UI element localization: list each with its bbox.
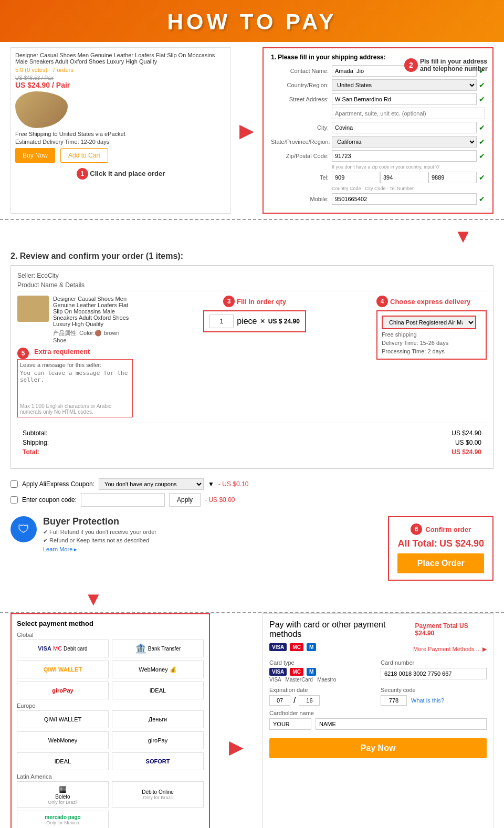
arrow-down-payment-icon: ▼ (84, 588, 103, 610)
card-type-label: Card type (269, 659, 375, 666)
security-label: Security code (381, 687, 487, 693)
delivery-col: 4 Choose express delivery China Post Reg… (376, 296, 487, 360)
coupon-code-input[interactable] (81, 493, 165, 507)
cardholder-first-input[interactable] (269, 718, 311, 730)
exp-col: Expiration date / (269, 687, 375, 706)
click-label-text: Click it and place order (90, 170, 165, 177)
pay-now-button[interactable]: Pay Now (269, 738, 487, 758)
payment-right-header: Pay with card or other payment methods P… (269, 620, 487, 639)
apt-input[interactable] (332, 108, 485, 119)
delivery-num-circle: 4 (376, 296, 388, 307)
payment-left-title: Select payment method (17, 620, 204, 627)
method-dengi[interactable]: Деньги (112, 710, 204, 728)
price-original: US $46.53 / Pair (15, 75, 226, 81)
aliexpress-coupon-checkbox[interactable] (10, 480, 18, 488)
what-is-this-link[interactable]: What is this? (411, 697, 444, 704)
street-input[interactable] (332, 93, 477, 105)
visa-card-type: VISA (269, 668, 287, 676)
method-debito[interactable]: Débito Online Only for Brazil (112, 781, 204, 808)
security-col: Security code What is this? (381, 687, 487, 706)
boleto-text: ▦ Boleto Only for Brazil (48, 784, 78, 805)
buyer-protection: 🛡 Buyer Protection ✔ Full Refund if you … (10, 516, 377, 553)
price-section: US $46.53 / Pair US $24.90 / Pair (15, 75, 226, 89)
message-label: Leave a message for this seller: (20, 362, 130, 368)
method-boleto[interactable]: ▦ Boleto Only for Brazil (17, 781, 109, 808)
total-label: Total: (23, 448, 39, 456)
shipping-info: Free Shipping to United States via ePack… (15, 131, 226, 137)
exp-month-input[interactable] (269, 695, 290, 706)
cardholder-last-input[interactable] (316, 718, 487, 730)
delivery-method-select[interactable]: China Post Registered Air Mail (382, 316, 476, 329)
protection-2: ✔ Refund or Keep items not as described (43, 537, 156, 544)
exp-separator: / (293, 696, 296, 705)
security-code-input[interactable] (381, 695, 407, 706)
method-giropay[interactable]: giroPay (17, 682, 109, 699)
ideal-eu-text: iDEAL (55, 758, 71, 764)
payment-arrow: ▶ (220, 613, 252, 828)
message-textarea[interactable] (20, 370, 130, 401)
learn-more-link[interactable]: Learn More ▸ (43, 546, 77, 552)
method-mercado[interactable]: mercado pago Only for Mexico (17, 811, 109, 828)
product-name-text: Designer Causal Shoes Men Genuine Leathe… (53, 296, 133, 327)
method-ideal-eu[interactable]: iDEAL (17, 752, 109, 770)
arrow-to-form (231, 47, 262, 214)
street-row: Street Address: ✔ (271, 93, 485, 105)
debit-text: Debit card (64, 646, 88, 652)
tel-input-3[interactable] (428, 172, 477, 183)
dengi-text: Деньги (149, 716, 167, 722)
coupon-select[interactable]: You don't have any coupons (99, 478, 204, 490)
totals-section: Subtotal: US $24.90 Shipping: US $0.00 T… (17, 423, 487, 462)
method-webmoney-eu[interactable]: WebMoney (17, 731, 109, 749)
more-methods-link[interactable]: More Payment Methods ... ▶ (413, 646, 487, 653)
latin-label: Latin America (17, 773, 204, 780)
confirm-num-circle: 6 (411, 523, 422, 535)
coupon-code-checkbox[interactable] (10, 496, 18, 504)
card-logos: VISA MC M (269, 643, 316, 651)
state-select[interactable]: California (332, 136, 477, 148)
all-total-label: All Total: (397, 538, 437, 549)
cardholder-section: Cardholder name (269, 710, 487, 730)
qiwi-eu-text: QIWI WALLET (44, 716, 82, 722)
qty-input[interactable] (209, 315, 234, 328)
method-visa[interactable]: VISA MC Debit card (17, 640, 109, 657)
mercado-text: mercado pago Only for Mexico (45, 814, 80, 825)
tel-input-2[interactable] (380, 172, 428, 183)
method-qiwi[interactable]: QIWI WALLET (17, 661, 109, 678)
mobile-input[interactable] (332, 193, 477, 205)
city-input[interactable] (332, 122, 477, 133)
place-order-button[interactable]: Place Order (397, 553, 484, 573)
aliexpress-coupon-row: Apply AliExpress Coupon: You don't have … (10, 478, 494, 490)
subtotal-value: US $24.90 (452, 429, 481, 437)
mc-text: MC (53, 645, 62, 652)
product-description: Designer Causal Shoes Men Genuine Leathe… (53, 296, 133, 343)
card-number-input[interactable] (381, 668, 487, 679)
method-sofort[interactable]: SOFORT (112, 752, 204, 770)
contact-name-label: Contact Name: (271, 68, 329, 74)
extra-requirement-section: 5 Extra requiement (17, 348, 133, 359)
step1-note: 2 Pls fill in your address and telephone… (404, 58, 499, 72)
delivery-info: Estimated Delivery Time: 12-20 days (15, 139, 226, 145)
card-logos-row: VISA MC M More Payment Methods ... ▶ (269, 643, 487, 655)
method-ideal[interactable]: iDEAL (112, 682, 204, 699)
buyer-text: Buyer Protection ✔ Full Refund if you do… (43, 516, 156, 553)
giropay-eu-text: giroPay (148, 737, 167, 743)
buy-now-button[interactable]: Buy Now (15, 148, 55, 163)
confirm-total: All Total: US $24.90 (397, 538, 484, 549)
apply-button[interactable]: Apply (169, 493, 201, 507)
method-qiwi-eu[interactable]: QIWI WALLET (17, 710, 109, 728)
method-bank[interactable]: 🏦 Bank Transfer (112, 640, 204, 657)
exp-year-input[interactable] (299, 695, 320, 706)
tel-input-1[interactable] (332, 172, 380, 183)
zip-input[interactable] (332, 150, 477, 162)
method-webmoney[interactable]: WebMoney 💰 (112, 661, 204, 678)
card-number-label: Card number (381, 659, 487, 666)
country-row: Country/Region: United States ✔ (271, 79, 485, 91)
qty-num-circle: 3 (223, 296, 235, 307)
global-methods: VISA MC Debit card 🏦 Bank Transfer QIWI … (17, 640, 204, 699)
add-to-cart-button[interactable]: Add to Cart (60, 148, 108, 163)
aliexpress-coupon-label: Apply AliExpress Coupon: (22, 480, 94, 488)
shield-icon: 🛡 (10, 516, 37, 542)
method-giropay-eu[interactable]: giroPay (112, 731, 204, 749)
country-select[interactable]: United States (332, 79, 477, 91)
extra-num-circle: 5 (17, 348, 29, 359)
